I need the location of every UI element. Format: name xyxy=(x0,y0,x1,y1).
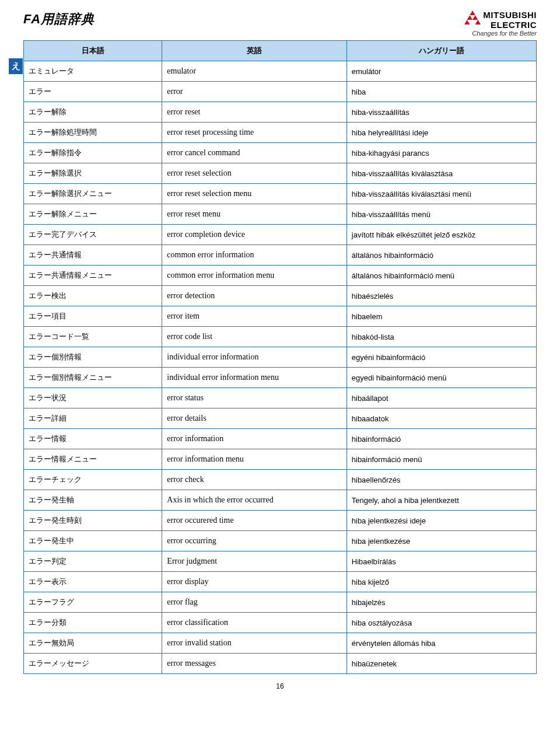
table-row: エラー無効局error invalid stationérvénytelen á… xyxy=(24,633,537,654)
cell-jp: エラー発生軸 xyxy=(24,490,162,511)
cell-en: error cancel command xyxy=(162,143,346,163)
table-header-row: 日本語 英語 ハンガリー語 xyxy=(24,41,537,61)
col-header-jp: 日本語 xyxy=(24,41,162,61)
cell-en: error flag xyxy=(162,592,346,613)
cell-hu: hibaüzenetek xyxy=(346,654,536,674)
table-row: エラー解除処理時間error reset processing timehiba… xyxy=(24,123,537,143)
table-row: エラーメッセージerror messageshibaüzenetek xyxy=(24,654,537,674)
cell-jp: エラー解除指令 xyxy=(24,143,162,163)
cell-jp: エミュレータ xyxy=(24,61,162,82)
cell-jp: エラー詳細 xyxy=(24,408,162,429)
cell-en: error details xyxy=(162,408,346,429)
cell-hu: hiba-visszaállítás xyxy=(346,102,536,123)
cell-jp: エラー情報メニュー xyxy=(24,449,162,470)
cell-hu: hibaadatok xyxy=(346,408,536,429)
cell-en: error completion device xyxy=(162,225,346,245)
cell-hu: hibaelem xyxy=(346,306,536,327)
table-row: エラー共通情報common error informationáltalános… xyxy=(24,245,537,266)
cell-jp: エラー項目 xyxy=(24,306,162,327)
table-row: エラー解除選択メニューerror reset selection menuhib… xyxy=(24,184,537,204)
cell-hu: hiba-kihagyási parancs xyxy=(346,143,536,163)
col-header-en: 英語 xyxy=(162,41,346,61)
table-row: エラー個別情報individual error informationegyén… xyxy=(24,347,537,368)
cell-en: error reset menu xyxy=(162,204,346,225)
cell-hu: hibaészlelés xyxy=(346,286,536,306)
cell-jp: エラーチェック xyxy=(24,470,162,490)
table-row: エラー解除選択error reset selectionhiba-visszaá… xyxy=(24,163,537,184)
brand-logo: MITSUBISHI ELECTRIC Changes for the Bett… xyxy=(464,11,537,37)
cell-jp: エラー共通情報メニュー xyxy=(24,266,162,286)
table-row: エラー完了デバイスerror completion devicejavított… xyxy=(24,225,537,245)
cell-hu: hiba-visszaállítás menü xyxy=(346,204,536,225)
cell-hu: hiba-visszaállítás kiválasztása xyxy=(346,163,536,184)
cell-en: common error information menu xyxy=(162,266,346,286)
cell-en: error information xyxy=(162,429,346,449)
cell-hu: hibainformáció menü xyxy=(346,449,536,470)
table-row: エラー項目error itemhibaelem xyxy=(24,306,537,327)
cell-en: error occurring xyxy=(162,531,346,551)
cell-jp: エラー無効局 xyxy=(24,633,162,654)
cell-jp: エラー完了デバイス xyxy=(24,225,162,245)
table-row: エラーerrorhiba xyxy=(24,82,537,102)
cell-hu: hibaállapot xyxy=(346,388,536,408)
cell-en: individual error information xyxy=(162,347,346,368)
cell-hu: hiba-visszaállítás kiválasztási menü xyxy=(346,184,536,204)
cell-jp: エラー分類 xyxy=(24,613,162,633)
cell-en: error item xyxy=(162,306,346,327)
table-row: エラー詳細error detailshibaadatok xyxy=(24,408,537,429)
cell-en: error occurered time xyxy=(162,511,346,531)
cell-en: error code list xyxy=(162,327,346,347)
cell-en: error display xyxy=(162,572,346,592)
cell-jp: エラー個別情報メニュー xyxy=(24,368,162,388)
cell-en: Error judgment xyxy=(162,551,346,572)
table-row: エラー情報メニューerror information menuhibainfor… xyxy=(24,449,537,470)
cell-hu: hibakód-lista xyxy=(346,327,536,347)
cell-jp: エラー判定 xyxy=(24,551,162,572)
cell-hu: általános hibainformáció menü xyxy=(346,266,536,286)
cell-jp: エラー情報 xyxy=(24,429,162,449)
cell-en: error reset processing time xyxy=(162,123,346,143)
cell-en: error invalid station xyxy=(162,633,346,654)
cell-en: Axis in which the error occurred xyxy=(162,490,346,511)
cell-en: individual error information menu xyxy=(162,368,346,388)
cell-jp: エラー表示 xyxy=(24,572,162,592)
cell-hu: általános hibainformáció xyxy=(346,245,536,266)
cell-en: common error information xyxy=(162,245,346,266)
cell-jp: エラー解除処理時間 xyxy=(24,123,162,143)
cell-hu: hiba helyreállítási ideje xyxy=(346,123,536,143)
table-row: エラー表示error displayhiba kijelző xyxy=(24,572,537,592)
cell-jp: エラーメッセージ xyxy=(24,654,162,674)
cell-hu: Tengely, ahol a hiba jelentkezett xyxy=(346,490,536,511)
table-row: エラー解除error resethiba-visszaállítás xyxy=(24,102,537,123)
table-row: エラー共通情報メニューcommon error information menu… xyxy=(24,266,537,286)
cell-jp: エラー解除 xyxy=(24,102,162,123)
header: FA用語辞典 MITSUBISHI ELECTRIC Changes for t… xyxy=(23,11,537,37)
cell-en: error reset selection xyxy=(162,163,346,184)
table-row: エラー個別情報メニューindividual error information … xyxy=(24,368,537,388)
cell-jp: エラー個別情報 xyxy=(24,347,162,368)
cell-hu: hiba jelentkezése xyxy=(346,531,536,551)
cell-en: error check xyxy=(162,470,346,490)
svg-marker-2 xyxy=(473,15,478,20)
cell-en: error status xyxy=(162,388,346,408)
glossary-table: 日本語 英語 ハンガリー語 エミュレータemulatoremulátorエラーe… xyxy=(23,40,537,674)
mitsubishi-icon xyxy=(464,11,481,25)
cell-en: error detection xyxy=(162,286,346,306)
table-row: エラー分類error classificationhiba osztályozá… xyxy=(24,613,537,633)
table-row: エラーコード一覧error code listhibakód-lista xyxy=(24,327,537,347)
cell-jp: エラー共通情報 xyxy=(24,245,162,266)
svg-marker-4 xyxy=(475,20,481,25)
cell-en: error messages xyxy=(162,654,346,674)
table-row: エラー解除指令error cancel commandhiba-kihagyás… xyxy=(24,143,537,163)
col-header-hu: ハンガリー語 xyxy=(346,41,536,61)
cell-hu: egyéni hibainformáció xyxy=(346,347,536,368)
cell-en: error classification xyxy=(162,613,346,633)
cell-hu: érvénytelen állomás hiba xyxy=(346,633,536,654)
cell-hu: javított hibák elkészültét jelző eszköz xyxy=(346,225,536,245)
cell-hu: emulátor xyxy=(346,61,536,82)
cell-en: emulator xyxy=(162,61,346,82)
cell-jp: エラー xyxy=(24,82,162,102)
table-row: エラー発生軸Axis in which the error occurredTe… xyxy=(24,490,537,511)
cell-jp: エラー発生時刻 xyxy=(24,511,162,531)
svg-marker-3 xyxy=(464,20,470,25)
